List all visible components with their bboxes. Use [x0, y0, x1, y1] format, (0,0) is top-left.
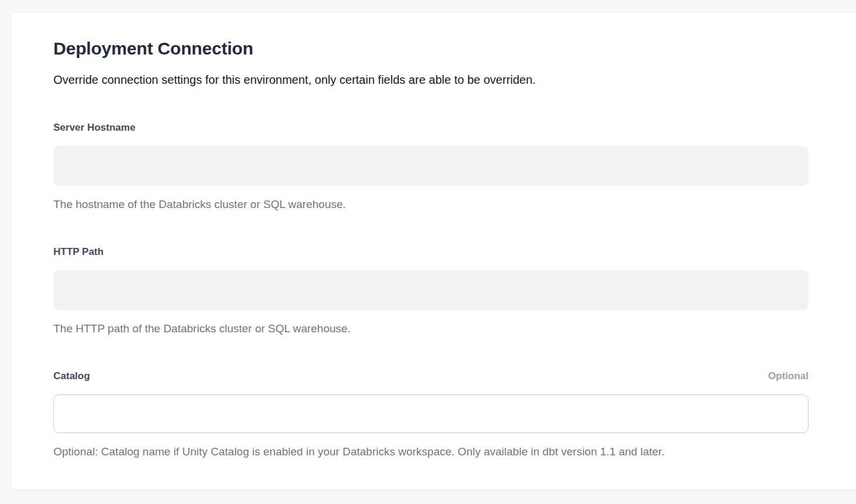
http-path-label: HTTP Path — [53, 246, 104, 258]
page-title: Deployment Connection — [53, 38, 809, 59]
http-path-input — [53, 270, 809, 310]
catalog-label: Catalog — [53, 370, 90, 383]
optional-badge: Optional — [768, 370, 809, 383]
server-hostname-label: Server Hostname — [53, 121, 135, 134]
field-catalog: Catalog Optional Optional: Catalog name … — [53, 370, 809, 459]
http-path-help: The HTTP path of the Databricks cluster … — [53, 321, 809, 336]
field-server-hostname: Server Hostname The hostname of the Data… — [53, 121, 809, 212]
page-subtitle: Override connection settings for this en… — [53, 71, 809, 88]
server-hostname-input — [53, 146, 809, 186]
server-hostname-help: The hostname of the Databricks cluster o… — [53, 197, 809, 212]
catalog-input[interactable] — [53, 394, 809, 433]
catalog-help: Optional: Catalog name if Unity Catalog … — [53, 444, 809, 459]
field-http-path: HTTP Path The HTTP path of the Databrick… — [53, 246, 809, 336]
deployment-connection-card: Deployment Connection Override connectio… — [11, 12, 856, 490]
